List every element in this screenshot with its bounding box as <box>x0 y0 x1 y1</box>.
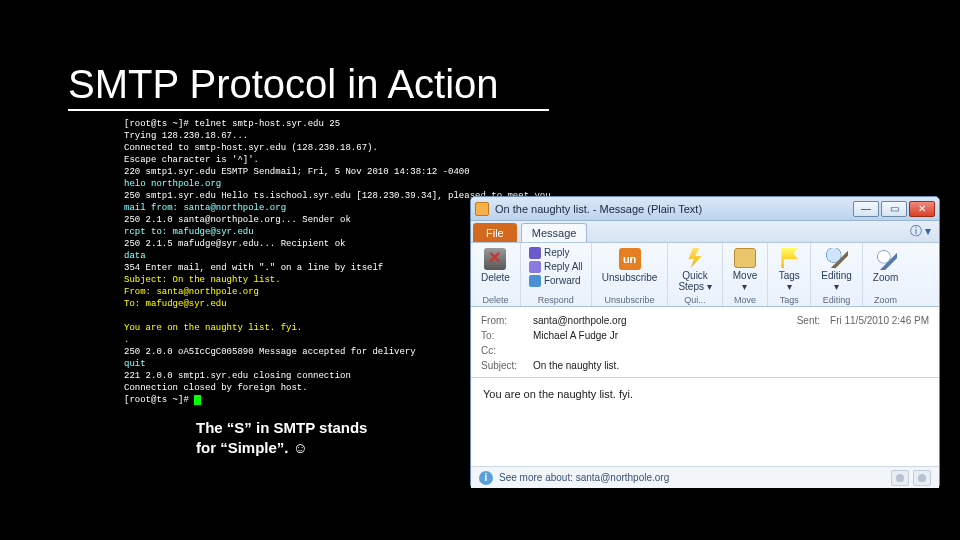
move-button[interactable]: Move ▾ <box>729 246 761 292</box>
term-line: [root@ts ~]# telnet smtp-host.syr.edu 25 <box>124 119 340 129</box>
tab-message[interactable]: Message <box>521 223 588 242</box>
zoom-button[interactable]: Zoom <box>869 246 903 292</box>
term-line: From: santa@northpole.org <box>124 287 259 297</box>
replyall-button[interactable]: Reply All <box>527 260 585 273</box>
delete-label: Delete <box>481 272 510 283</box>
quicksteps-label: Quick Steps ▾ <box>678 270 711 292</box>
window-title: On the naughty list. - Message (Plain Te… <box>495 203 851 215</box>
close-button[interactable]: ✕ <box>909 201 935 217</box>
group-label: Unsubscribe <box>605 295 655 305</box>
group-label: Move <box>734 295 756 305</box>
term-line: To: mafudge@syr.edu <box>124 299 227 309</box>
to-value: Michael A Fudge Jr <box>533 328 929 343</box>
titlebar[interactable]: On the naughty list. - Message (Plain Te… <box>471 197 939 221</box>
slide-title: SMTP Protocol in Action <box>68 62 549 111</box>
caption: The “S” in SMTP stands for “Simple”. ☺ <box>196 418 367 458</box>
group-quicksteps: Quick Steps ▾ Qui... <box>668 243 722 306</box>
group-move: Move ▾ Move <box>723 243 768 306</box>
group-editing: Editing ▾ Editing <box>811 243 863 306</box>
move-label: Move ▾ <box>733 270 757 292</box>
unsubscribe-icon: un <box>619 248 641 270</box>
term-line: helo northpole.org <box>124 179 221 189</box>
silhouette-icon[interactable] <box>913 470 931 486</box>
from-label: From: <box>481 313 533 328</box>
cc-value <box>533 343 929 358</box>
group-label: Qui... <box>684 295 706 305</box>
unsubscribe-button[interactable]: un Unsubscribe <box>598 246 662 292</box>
maximize-button[interactable]: ▭ <box>881 201 907 217</box>
reply-label: Reply <box>544 246 570 259</box>
caption-line1: The “S” in SMTP stands <box>196 419 367 436</box>
term-line: Trying 128.230.18.67... <box>124 131 248 141</box>
cc-label: Cc: <box>481 343 533 358</box>
term-line: 220 smtp1.syr.edu ESMTP Sendmail; Fri, 5… <box>124 167 470 177</box>
tags-label: Tags ▾ <box>779 270 800 292</box>
subject-value: On the naughty list. <box>533 358 929 373</box>
group-label: Delete <box>482 295 508 305</box>
message-header: From: santa@northpole.org Sent: Fri 11/5… <box>471 307 939 378</box>
term-line: Subject: On the naughty list. <box>124 275 281 285</box>
term-line: Connection closed by foreign host. <box>124 383 308 393</box>
forward-icon <box>529 275 541 287</box>
editing-button[interactable]: Editing ▾ <box>817 246 856 292</box>
term-line: . <box>124 335 129 345</box>
term-line: quit <box>124 359 146 369</box>
reply-icon <box>529 247 541 259</box>
sent-value: Fri 11/5/2010 2:46 PM <box>830 313 929 328</box>
help-icon[interactable]: ⓘ ▾ <box>904 221 937 242</box>
term-line: Connected to smtp-host.syr.edu (128.230.… <box>124 143 378 153</box>
term-line: [root@ts ~]# <box>124 395 194 405</box>
editing-label: Editing ▾ <box>821 270 852 292</box>
group-label: Zoom <box>874 295 897 305</box>
tags-button[interactable]: Tags ▾ <box>774 246 804 292</box>
caption-line2: for “Simple”. ☺ <box>196 439 308 456</box>
find-icon <box>826 248 848 268</box>
subject-label: Subject: <box>481 358 533 373</box>
cursor <box>194 395 201 405</box>
ribbon-tabs: File Message ⓘ ▾ <box>471 221 939 243</box>
from-value: santa@northpole.org <box>533 313 797 328</box>
to-label: To: <box>481 328 533 343</box>
forward-label: Forward <box>544 274 581 287</box>
flag-icon <box>778 248 800 268</box>
term-line: rcpt to: mafudge@syr.edu <box>124 227 254 237</box>
lightning-icon <box>684 248 706 268</box>
outlook-window: On the naughty list. - Message (Plain Te… <box>470 196 940 486</box>
quicksteps-button[interactable]: Quick Steps ▾ <box>674 246 715 292</box>
term-line: 250 2.0.0 oA5IcCgC005890 Message accepte… <box>124 347 416 357</box>
slide: SMTP Protocol in Action [root@ts ~]# tel… <box>0 0 960 540</box>
group-label: Respond <box>538 295 574 305</box>
term-line: Escape character is '^]'. <box>124 155 259 165</box>
delete-button[interactable]: ✕ Delete <box>477 246 514 292</box>
reply-button[interactable]: Reply <box>527 246 585 259</box>
group-respond: Reply Reply All Forward Respond <box>521 243 592 306</box>
tab-file[interactable]: File <box>473 223 517 242</box>
zoom-label: Zoom <box>873 272 899 283</box>
unsubscribe-label: Unsubscribe <box>602 272 658 283</box>
infobar-text: See more about: santa@northpole.org <box>499 472 669 483</box>
window-controls: — ▭ ✕ <box>851 201 935 217</box>
group-unsubscribe: un Unsubscribe Unsubscribe <box>592 243 669 306</box>
contact-photos <box>891 470 931 486</box>
group-delete: ✕ Delete Delete <box>471 243 521 306</box>
group-label: Editing <box>823 295 851 305</box>
silhouette-icon[interactable] <box>891 470 909 486</box>
term-line: data <box>124 251 146 261</box>
forward-button[interactable]: Forward <box>527 274 585 287</box>
ribbon: ✕ Delete Delete Reply Reply All Forward … <box>471 243 939 307</box>
sent-label: Sent: <box>797 313 820 328</box>
message-icon <box>475 202 489 216</box>
term-line: 250 2.1.0 santa@northpole.org... Sender … <box>124 215 351 225</box>
people-pane[interactable]: i See more about: santa@northpole.org <box>471 466 939 488</box>
term-line: You are on the naughty list. fyi. <box>124 323 302 333</box>
replyall-label: Reply All <box>544 260 583 273</box>
term-line: 354 Enter mail, end with "." on a line b… <box>124 263 383 273</box>
term-line: mail from: santa@northpole.org <box>124 203 286 213</box>
group-label: Tags <box>780 295 799 305</box>
message-body[interactable]: You are on the naughty list. fyi. <box>471 378 939 466</box>
move-icon <box>734 248 756 268</box>
group-zoom: Zoom Zoom <box>863 243 909 306</box>
term-line: 250 2.1.5 mafudge@syr.edu... Recipient o… <box>124 239 345 249</box>
group-tags: Tags ▾ Tags <box>768 243 811 306</box>
minimize-button[interactable]: — <box>853 201 879 217</box>
